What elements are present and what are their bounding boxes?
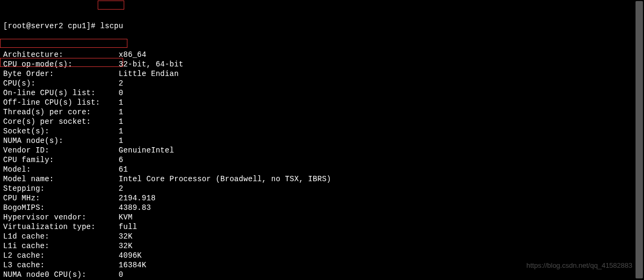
row-value: 1 <box>119 137 124 145</box>
lscpu-row: Socket(s): 1 <box>3 126 641 136</box>
lscpu-row: Byte Order: Little Endian <box>3 69 641 79</box>
lscpu-row: Off-line CPU(s) list: 1 <box>3 98 641 107</box>
row-label: CPU family: <box>3 156 119 164</box>
lscpu-row: Core(s) per socket: 1 <box>3 117 641 126</box>
row-label: Byte Order: <box>3 70 119 78</box>
row-label: L1i cache: <box>3 242 119 250</box>
lscpu-row: Thread(s) per core: 1 <box>3 107 641 117</box>
lscpu-row: CPU op-mode(s): 32-bit, 64-bit <box>3 60 641 69</box>
lscpu-row: CPU MHz: 2194.918 <box>3 193 641 203</box>
row-label: Core(s) per socket: <box>3 117 119 126</box>
row-value: 6 <box>119 156 124 164</box>
terminal-output: [root@server2 cpu1]# lscpu Architecture:… <box>3 2 641 280</box>
row-label: Off-line CPU(s) list: <box>3 98 119 107</box>
row-label: Hypervisor vendor: <box>3 213 119 222</box>
row-value: 61 <box>119 165 128 174</box>
row-label: Architecture: <box>3 50 119 59</box>
scrollbar-thumb[interactable] <box>636 1 643 278</box>
row-label: Socket(s): <box>3 127 119 135</box>
row-label: CPU(s): <box>3 79 119 88</box>
row-label: NUMA node0 CPU(s): <box>3 270 119 279</box>
lscpu-row: CPU family: 6 <box>3 155 641 165</box>
lscpu-row: L1i cache: 32K <box>3 241 641 251</box>
command-text: lscpu <box>100 22 124 30</box>
lscpu-row: Hypervisor vendor: KVM <box>3 213 641 222</box>
row-label: On-line CPU(s) list: <box>3 89 119 97</box>
row-value: GenuineIntel <box>119 146 174 155</box>
row-label: Model: <box>3 165 119 174</box>
lscpu-row: Model name: Intel Core Processor (Broadw… <box>3 174 641 184</box>
row-label: Virtualization type: <box>3 223 119 231</box>
row-value: KVM <box>119 213 133 222</box>
row-value: 0 <box>119 89 124 97</box>
row-label: L2 cache: <box>3 251 119 260</box>
row-value: 1 <box>119 98 124 107</box>
row-value: 32-bit, 64-bit <box>119 60 184 69</box>
row-value: Intel Core Processor (Broadwell, no TSX,… <box>119 175 331 183</box>
lscpu-row: CPU(s): 2 <box>3 79 641 88</box>
row-label: L1d cache: <box>3 232 119 241</box>
row-value: 1 <box>119 117 124 126</box>
lscpu-row: On-line CPU(s) list: 0 <box>3 88 641 98</box>
row-label: CPU MHz: <box>3 194 119 202</box>
row-label: L3 cache: <box>3 261 119 269</box>
row-value: x86_64 <box>119 50 147 59</box>
lscpu-row: Architecture: x86_64 <box>3 50 641 60</box>
row-value: 1 <box>119 127 124 135</box>
row-label: CPU op-mode(s): <box>3 60 119 69</box>
row-value: 0 <box>119 270 124 279</box>
lscpu-row: Vendor ID: GenuineIntel <box>3 146 641 155</box>
row-value: 32K <box>119 242 133 250</box>
lscpu-row: BogoMIPS: 4389.83 <box>3 203 641 213</box>
row-label: NUMA node(s): <box>3 137 119 145</box>
row-value: 4389.83 <box>119 203 151 212</box>
prompt-line: [root@server2 cpu1]# lscpu <box>3 21 641 31</box>
row-label: BogoMIPS: <box>3 203 119 212</box>
row-value: Little Endian <box>119 70 179 78</box>
scrollbar-track[interactable] <box>636 1 643 278</box>
row-value: 4096K <box>119 251 142 260</box>
row-label: Stepping: <box>3 184 119 193</box>
row-value: 2 <box>119 79 124 88</box>
lscpu-row: L2 cache: 4096K <box>3 251 641 260</box>
row-label: Model name: <box>3 175 119 183</box>
row-label: Thread(s) per core: <box>3 108 119 116</box>
lscpu-row: NUMA node0 CPU(s): 0 <box>3 270 641 279</box>
row-value: 1 <box>119 108 124 116</box>
row-value: 32K <box>119 232 133 241</box>
lscpu-row: Stepping: 2 <box>3 184 641 193</box>
lscpu-rows: Architecture: x86_64CPU op-mode(s): 32-b… <box>3 50 641 279</box>
row-label: Vendor ID: <box>3 146 119 155</box>
row-value: 2 <box>119 184 124 193</box>
row-value: 2194.918 <box>119 194 156 202</box>
watermark-text: https://blog.csdn.net/qq_41582883 <box>527 261 633 270</box>
lscpu-row: L1d cache: 32K <box>3 232 641 241</box>
lscpu-row: Model: 61 <box>3 165 641 174</box>
shell-prompt: [root@server2 cpu1]# <box>3 22 100 30</box>
lscpu-row: Virtualization type: full <box>3 222 641 232</box>
row-value: full <box>119 223 138 231</box>
row-value: 16384K <box>119 261 147 269</box>
lscpu-row: NUMA node(s): 1 <box>3 136 641 146</box>
